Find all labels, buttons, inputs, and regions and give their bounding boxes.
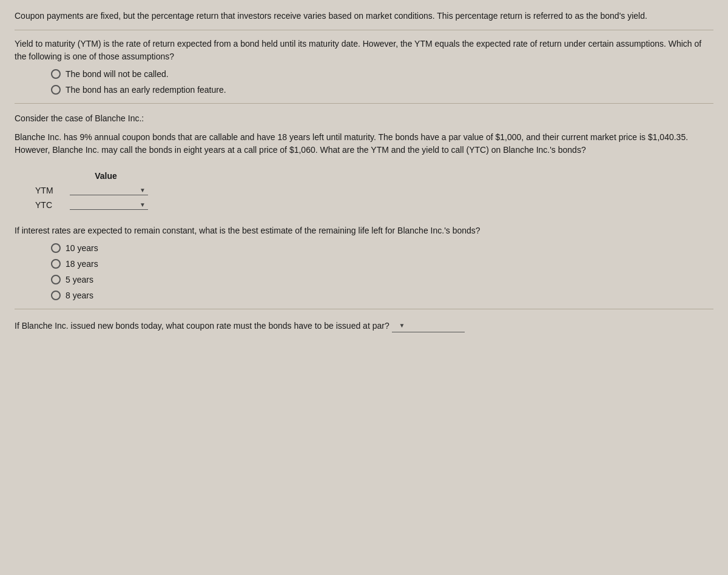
radio-8-years-label: 8 years (66, 291, 93, 300)
radio-18-years-circle[interactable] (51, 259, 61, 269)
page-container: Coupon payments are fixed, but the perce… (0, 0, 728, 347)
radio-not-called-circle[interactable] (51, 69, 61, 79)
remaining-life-section: If interest rates are expected to remain… (15, 224, 713, 300)
consider-description: Blanche Inc. has 9% annual coupon bonds … (15, 131, 713, 156)
section-divider-1 (15, 30, 713, 30)
radio-option-not-called[interactable]: The bond will not be called. (51, 69, 713, 79)
section-divider-2 (15, 103, 713, 104)
ytm-ytc-table: Value YTM ▼ YTC (33, 169, 154, 212)
radio-option-8-years[interactable]: 8 years (51, 291, 713, 300)
radio-10-years-circle[interactable] (51, 243, 61, 253)
bottom-question-block: If Blanche Inc. issued new bonds today, … (15, 319, 713, 332)
table-row-ytc: YTC ▼ (33, 198, 154, 212)
radio-5-years-label: 5 years (66, 275, 93, 284)
ytm-dropdown[interactable]: ▼ (70, 186, 148, 195)
bottom-question-dropdown-arrow: ▼ (399, 321, 405, 331)
radio-option-5-years[interactable]: 5 years (51, 275, 713, 284)
ytm-dropdown-arrow: ▼ (140, 187, 146, 193)
ytm-label: YTM (33, 183, 67, 198)
radio-5-years-circle[interactable] (51, 275, 61, 284)
ytm-dropdown-cell[interactable]: ▼ (67, 183, 154, 198)
radio-18-years-label: 18 years (66, 259, 98, 269)
ytc-dropdown-arrow: ▼ (140, 201, 146, 208)
bottom-question-text: If Blanche Inc. issued new bonds today, … (15, 321, 389, 331)
ytc-dropdown[interactable]: ▼ (70, 200, 148, 210)
radio-option-18-years[interactable]: 18 years (51, 259, 713, 269)
radio-10-years-label: 10 years (66, 243, 98, 253)
consider-label: Consider the case of Blanche Inc.: (15, 112, 713, 125)
radio-early-redemption-circle[interactable] (51, 85, 61, 95)
ytm-question-block: Yield to maturity (YTM) is the rate of r… (15, 38, 713, 95)
radio-not-called-label: The bond will not be called. (66, 69, 169, 79)
table-empty-header (33, 169, 67, 183)
radio-8-years-circle[interactable] (51, 291, 61, 300)
radio-option-early-redemption[interactable]: The bond has an early redemption feature… (51, 85, 713, 95)
remaining-life-question: If interest rates are expected to remain… (15, 224, 713, 237)
ytm-ytc-table-section: Value YTM ▼ YTC (33, 169, 713, 212)
radio-early-redemption-label: The bond has an early redemption feature… (66, 85, 226, 95)
ytc-dropdown-cell[interactable]: ▼ (67, 198, 154, 212)
table-row-ytm: YTM ▼ (33, 183, 154, 198)
bottom-question-dropdown[interactable]: ▼ (392, 320, 465, 332)
table-value-header: Value (67, 169, 154, 183)
section-divider-3 (15, 309, 713, 309)
ytc-label: YTC (33, 198, 67, 212)
consider-block: Consider the case of Blanche Inc.: Blanc… (15, 112, 713, 156)
intro-paragraph-1: Coupon payments are fixed, but the perce… (15, 10, 713, 22)
ytm-question-text: Yield to maturity (YTM) is the rate of r… (15, 38, 713, 63)
radio-option-10-years[interactable]: 10 years (51, 243, 713, 253)
